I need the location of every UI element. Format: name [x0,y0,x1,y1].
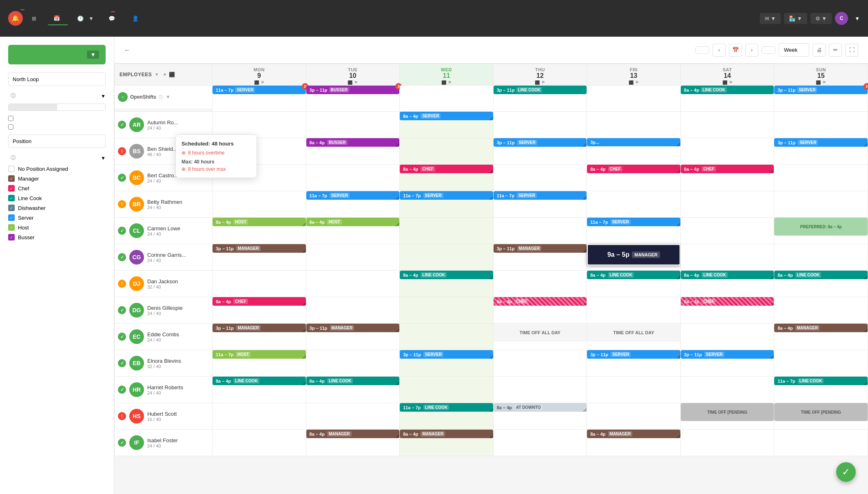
expand-button[interactable]: ⛶ [845,44,858,57]
empty-shift-cell[interactable] [681,430,774,448]
show-budget-row[interactable] [8,124,106,130]
location-select[interactable]: North Loop [8,73,106,86]
position-item-line-cook[interactable]: ✓ Line Cook [8,195,106,201]
calendar-button[interactable]: 📅 [729,44,742,57]
empty-shift-cell[interactable] [494,350,587,368]
position-item-manager[interactable]: ✓ Manager [8,175,106,182]
pending-block[interactable]: TIME OFF [PENDING [774,403,868,421]
empty-shift-cell[interactable] [400,324,493,342]
thu-flag-icon[interactable]: ⚑ [541,80,545,85]
pos-checkbox[interactable]: ✓ [8,234,15,240]
wed-copy-icon[interactable]: ⬛ [441,80,446,85]
wed-flag-icon[interactable]: ⚑ [448,80,452,85]
pos-checkbox[interactable]: ✓ [8,175,15,182]
empty-shift-cell[interactable] [587,403,680,421]
empty-shift-cell[interactable] [306,112,400,130]
shift-block[interactable]: 8a – 4p LINE COOK [400,271,493,279]
shift-block[interactable]: 8a – 4p MANAGER [400,430,493,438]
view-color-select[interactable]: Position [8,135,106,148]
shift-block[interactable]: 11a – 7p HOST [213,350,306,359]
attendance-nav[interactable]: 🕐 ▼ [71,12,100,25]
empty-shift-cell[interactable] [400,138,493,156]
empty-shift-cell[interactable] [213,430,306,448]
empty-shift-cell[interactable] [494,218,587,236]
shift-block[interactable]: 8a – 4p CHEF [681,165,774,173]
view-options-header[interactable]: ⓘ ▼ [8,93,106,99]
empty-shift-cell[interactable] [681,218,774,236]
position-item-server[interactable]: ✓ Server [8,214,106,221]
print-button[interactable]: 🖨 [813,44,826,57]
open-shift-block[interactable]: 3p – 11p LINE COOK [494,86,587,94]
empty-shift-cell[interactable] [306,165,400,183]
mon-flag-icon[interactable]: ⚑ [261,80,264,85]
mon-copy-icon[interactable]: ⬛ [254,80,259,85]
shift-block[interactable]: 8a – 4p MANAGER [587,430,680,438]
empty-shift-cell[interactable] [306,403,400,421]
empty-shift-cell[interactable] [681,244,774,262]
shift-block[interactable]: 8a – 4p MANAGER [306,430,400,438]
highlighted-shift-block[interactable]: 9a – 5p MANAGER [587,244,680,265]
shift-block[interactable]: 8a – 4p CHEF [681,297,774,306]
prev-week-button[interactable]: ‹ [713,44,726,57]
empty-shift-cell[interactable] [587,377,680,395]
position-item-host[interactable]: ✓ Host [8,224,106,231]
empty-shift-cell[interactable] [494,165,587,183]
next-week-button[interactable]: › [745,44,758,57]
shift-block[interactable]: 8a – 4p MANAGER [774,324,868,332]
pos-checkbox[interactable]: ✓ [8,214,15,221]
back-button[interactable]: ← [124,46,131,54]
empty-shift-cell[interactable] [774,430,868,448]
auto-schedule-button[interactable] [695,46,709,54]
shift-block[interactable]: 11a – 7p SERVER [306,191,400,200]
shift-block[interactable]: 8a – 4p LINE COOK [587,271,680,279]
shift-block[interactable]: 8a – 4p LINE COOK [213,377,306,385]
add-employee-icon[interactable]: + [164,72,167,77]
empty-shift-cell[interactable] [681,377,774,395]
open-shift-block[interactable]: 11a – 7p SERVER 2 [213,86,306,94]
shift-block[interactable]: 3p – 11p MANAGER [213,244,306,253]
empty-shift-cell[interactable] [494,112,587,130]
copy-schedule-icon[interactable]: ⬛ [169,72,175,77]
position-item-busser[interactable]: ✓ Busser [8,234,106,240]
open-shift-block[interactable]: 3p – 11p SERVER 2 [774,86,868,94]
mail-button[interactable]: ✉ ▼ [760,13,781,24]
open-shift-block[interactable]: 3p – 11p BUSSER 3 [306,86,400,94]
empty-shift-cell[interactable] [774,297,868,315]
empty-shift-cell[interactable] [774,244,868,262]
shift-block[interactable]: 8a – 4p CHEF [587,165,680,173]
empty-shift-cell[interactable] [774,112,868,130]
empty-shift-cell[interactable] [494,430,587,448]
sun-flag-icon[interactable]: ⚑ [822,80,826,85]
dashboard-nav[interactable]: ⊞ [26,12,44,25]
empty-shift-cell[interactable] [306,244,400,262]
timeoff-block[interactable]: TIME OFF ALL DAY [587,324,680,342]
settings-button[interactable]: ⚙ ▼ [810,13,832,24]
empty-shift-cell[interactable] [306,297,400,315]
position-item-chef[interactable]: ✓ Chef [8,185,106,192]
shift-block[interactable]: 3p – 11p SERVER [494,138,587,147]
pos-checkbox[interactable]: ✓ [8,224,15,231]
scheduler-nav[interactable]: 📅 [48,12,68,25]
empty-shift-cell[interactable] [213,271,306,289]
fri-copy-icon[interactable]: ⬛ [629,80,633,85]
tue-flag-icon[interactable]: ⚑ [354,80,358,85]
user-menu[interactable]: C ▼ [835,12,860,25]
shift-block[interactable]: 11a – 7p LINE COOK [774,377,868,385]
shift-block[interactable]: 8a – 4p CHEF [213,297,306,306]
empty-shift-cell[interactable] [400,244,493,262]
empty-shift-cell[interactable] [494,271,587,289]
empty-shift-cell[interactable] [587,297,680,315]
shift-block[interactable]: 8a – 4p LINE COOK [774,271,868,279]
empty-shift-cell[interactable] [587,112,680,130]
publish-dropdown-arrow[interactable]: ▼ [87,51,99,59]
pending-block[interactable]: TIME OFF [PENDING [681,403,774,421]
positions-tab[interactable] [57,104,106,110]
empty-shift-cell[interactable] [306,350,400,368]
hire-nav[interactable]: 👤 [126,12,147,25]
shift-block[interactable]: 8a – 4p CHEF [400,165,493,173]
empty-shift-cell[interactable] [774,350,868,368]
shift-block[interactable]: 8a – 4p SERVER [400,112,493,120]
sun-copy-icon[interactable]: ⬛ [816,80,821,85]
publish-notify-button[interactable]: ▼ [8,45,106,64]
thu-copy-icon[interactable]: ⬛ [535,80,540,85]
